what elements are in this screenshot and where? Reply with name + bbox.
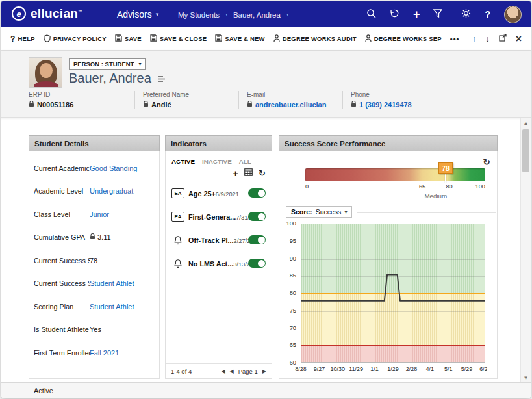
bell-icon <box>171 259 184 268</box>
student-details-panel: Student Details Current Academic SGood S… <box>29 135 160 379</box>
field-value: Andié <box>143 101 238 109</box>
field-label: ERP ID <box>29 91 134 98</box>
chevron-right-icon: › <box>286 12 288 18</box>
help-button[interactable]: ?HELP <box>10 34 35 44</box>
breadcrumb-my-students[interactable]: My Students <box>178 11 220 19</box>
detail-value-link[interactable]: Good Standing <box>90 164 155 172</box>
close-icon[interactable]: × <box>516 34 522 44</box>
detail-value-link[interactable]: Student Athlet <box>90 279 155 287</box>
ellucian-logo: e ellucian™ <box>12 6 82 21</box>
panel-title: Indicators <box>165 135 272 151</box>
shield-icon <box>44 34 51 44</box>
panel-title: Student Details <box>29 135 160 151</box>
recent-history-icon[interactable] <box>390 8 399 21</box>
user-avatar[interactable] <box>504 6 522 23</box>
indicator-toggle[interactable] <box>248 259 266 268</box>
save-button[interactable]: SAVE <box>115 34 142 43</box>
nav-icon-group: + ? <box>366 1 522 27</box>
app-switcher[interactable]: Advisors▾ <box>117 9 158 19</box>
gauge-zone-label: Medium <box>424 192 447 200</box>
score-select[interactable]: Score:Success▾ <box>286 206 352 218</box>
detail-label: Current Success Sc <box>34 257 90 264</box>
detail-row: Current Success ScStudent Athlet <box>29 272 159 296</box>
scroll-down-icon[interactable]: ▼ <box>521 375 531 381</box>
detail-label: Academic Level <box>34 187 90 195</box>
breadcrumb: My Students › Bauer, Andrea › <box>178 11 288 19</box>
detail-value-link[interactable]: Student Athlet <box>90 303 155 311</box>
save-new-button[interactable]: SAVE & NEW <box>215 34 264 43</box>
indicator-row: Off-Track Pl...2/27/2023 <box>166 228 272 251</box>
refresh-icon[interactable]: ↻ <box>259 168 266 178</box>
refresh-icon[interactable]: ↻ <box>483 157 490 167</box>
popout-icon[interactable] <box>499 34 507 44</box>
tab-all[interactable]: ALL <box>239 158 251 165</box>
detail-row: Class LevelJunior <box>29 203 159 226</box>
person-icon <box>365 34 372 44</box>
status-bar: Active <box>1 382 531 398</box>
indicator-row: EA First-Genera...7/31/2021 <box>166 205 272 228</box>
floppy-icon <box>150 34 157 43</box>
indicator-date: 6/9/2021 <box>216 191 239 198</box>
panel-title: Success Score Performance <box>279 135 498 151</box>
degree-works-sep-button[interactable]: DEGREE WORKS SEP <box>365 34 442 44</box>
detail-label: Current Success Sc <box>34 279 90 287</box>
early-alert-icon: EA <box>171 188 184 198</box>
detail-label: Scoring Plan <box>34 303 90 311</box>
command-toolbar: ?HELP PRIVACY POLICY SAVE SAVE & CLOSE S… <box>1 27 531 51</box>
indicator-toggle[interactable] <box>248 235 266 244</box>
save-close-button[interactable]: SAVE & CLOSE <box>150 34 207 43</box>
tab-active[interactable]: ACTIVE <box>171 158 195 165</box>
email-link[interactable]: andreabauer.ellucian <box>255 101 326 109</box>
add-indicator-icon[interactable]: + <box>233 168 238 178</box>
degree-works-audit-button[interactable]: DEGREE WORKS AUDIT <box>273 34 357 44</box>
bell-icon <box>171 235 184 245</box>
add-icon[interactable]: + <box>413 8 420 20</box>
more-commands-button[interactable]: ••• <box>450 35 460 43</box>
tab-inactive[interactable]: INACTIVE <box>202 158 232 165</box>
detail-value-link[interactable]: Fall 2021 <box>90 349 155 357</box>
entity-type-select[interactable]: PERSON : STUDENT▾ <box>69 58 146 70</box>
app-window: e ellucian™ Advisors▾ My Students › Baue… <box>1 1 531 398</box>
student-details-body: Current Academic SGood Standing Academic… <box>29 151 160 379</box>
lock-icon <box>90 233 95 241</box>
scroll-up-icon[interactable]: ▲ <box>521 120 531 126</box>
record-range: 1-4 of 4 <box>171 368 192 375</box>
detail-value: 78 <box>90 257 155 264</box>
privacy-policy-button[interactable]: PRIVACY POLICY <box>44 34 107 44</box>
search-icon[interactable] <box>366 8 376 21</box>
logo-text: ellucian™ <box>31 6 82 21</box>
detail-row: Is Student AthleteYes <box>29 318 159 342</box>
field-label: Phone <box>351 91 446 98</box>
grid-view-icon[interactable] <box>244 167 253 179</box>
vertical-scrollbar[interactable]: ▲ ▼ <box>520 118 531 383</box>
name-menu-icon[interactable] <box>157 71 166 86</box>
next-page-icon[interactable]: ▶ <box>262 368 266 374</box>
help-icon[interactable]: ? <box>485 9 490 19</box>
next-record-icon[interactable]: ↓ <box>485 34 490 44</box>
first-page-icon[interactable]: ◀ <box>220 368 225 374</box>
chart-y-axis: 6065707580859095100 <box>279 224 299 363</box>
indicator-toggle[interactable] <box>248 212 266 221</box>
indicator-toggle[interactable] <box>248 188 266 198</box>
detail-value-link[interactable]: Junior <box>90 211 155 218</box>
indicator-name: No LMS Act... <box>188 260 233 268</box>
phone-link[interactable]: 1 (309) 2419478 <box>359 101 412 109</box>
success-score-panel: Success Score Performance ↻ 78 06580100 … <box>279 135 498 379</box>
breadcrumb-student[interactable]: Bauer, Andrea <box>233 11 281 19</box>
previous-page-icon[interactable]: ◀ <box>230 368 234 374</box>
field-value: andreabauer.ellucian <box>247 101 342 109</box>
previous-record-icon[interactable]: ↑ <box>472 34 477 44</box>
scrollbar-thumb[interactable] <box>522 129 529 172</box>
person-icon <box>273 34 280 44</box>
detail-label: Current Academic S <box>34 164 90 172</box>
divider <box>357 212 496 213</box>
indicator-name: Age 25+ <box>188 190 216 198</box>
indicators-body: ACTIVE INACTIVE ALL + ↻ EA Age 25+6/9/20… <box>165 151 272 379</box>
indicator-pagination: 1-4 of 4 ◀ ◀ Page 1 ▶ <box>166 363 272 378</box>
floppy-icon <box>115 34 122 43</box>
detail-value-link[interactable]: Undergraduat <box>90 187 155 195</box>
gear-icon[interactable] <box>461 8 471 21</box>
filter-icon[interactable] <box>433 8 442 20</box>
lock-icon <box>351 101 357 109</box>
chevron-down-icon: ▾ <box>344 209 347 215</box>
